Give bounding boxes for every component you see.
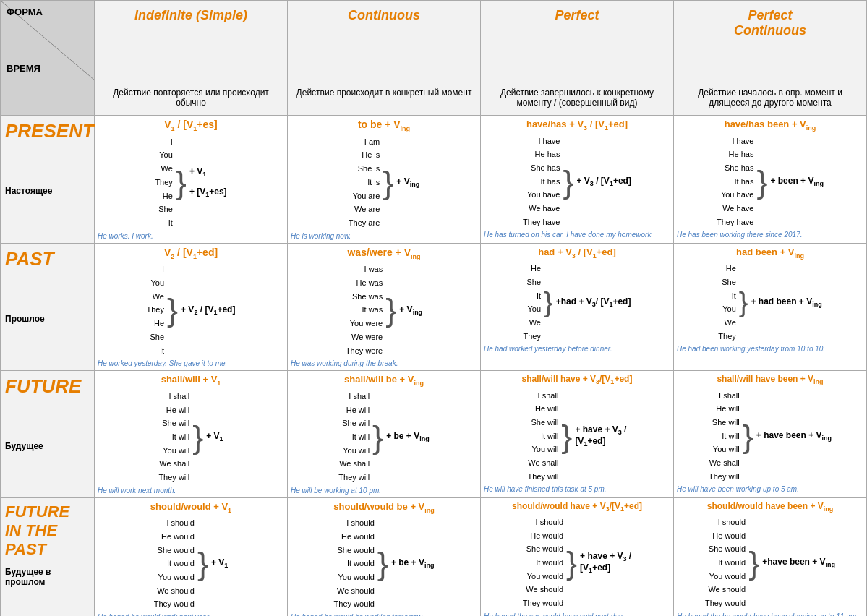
future-past-cont-pronouns: I shouldHe wouldShe wouldIt wouldYou wou… — [334, 516, 375, 611]
present-perf-formula: + V3 / [V1+ed] — [576, 176, 631, 187]
present-perf-cont-example: He has been working there since 2017. — [677, 228, 863, 239]
past-cont-pronouns: I wasHe wasShe wasIt wasYou wereWe wereT… — [346, 262, 383, 357]
present-indef-example: He works. I work. — [98, 230, 284, 240]
present-indef-title: V1 / [V1+es] — [98, 119, 284, 132]
future-past-cont-formula: + be + Ving — [391, 557, 435, 569]
past-perf-example: He had worked yesterday before dinner. — [484, 343, 670, 353]
future-past-perf-cont-bracket: } — [748, 547, 759, 579]
present-perf-cont-pronouns: I haveHe hasShe hasIt hasYou haveWe have… — [717, 134, 753, 229]
past-perf-cont-formula: + had been + Ving — [751, 296, 821, 308]
header-indefinite: Indefinite (Simple) — [95, 1, 288, 80]
past-perf-cont-bracket: } — [739, 288, 748, 316]
present-continuous-cell: to be + Ving I amHe isShe isIt isYou are… — [288, 116, 481, 244]
desc-perfect: Действие завершилось к конкретному момен… — [481, 80, 674, 116]
desc-indefinite: Действие повторяется или происходит обыч… — [95, 80, 288, 116]
future-perf-bracket: } — [561, 420, 572, 453]
indefinite-title: Indefinite (Simple) — [98, 8, 283, 23]
desc-perfect-continuous: Действие началось в опр. момент и длящее… — [674, 80, 867, 116]
future-cont-pronouns: I shallHe willShe willIt willYou willWe … — [338, 390, 370, 484]
past-continuous-cell: was/were + Ving I wasHe wasShe wasIt was… — [288, 243, 481, 371]
present-cont-title: to be + Ving — [291, 119, 477, 132]
past-cont-title: was/were + Ving — [291, 247, 477, 260]
future-russian: Будущее — [5, 398, 90, 451]
future-past-indef-formula: + V1 — [211, 557, 228, 569]
future-indef-bracket: } — [192, 421, 203, 453]
past-perf-cont-pronouns: HeSheItYouWeThey — [718, 262, 735, 343]
future-cont-title: shall/will be + Ving — [291, 374, 477, 387]
present-perf-cont-bracket: } — [756, 166, 767, 198]
future-perf-cont-cell: shall/will have been + Ving I shallHe wi… — [674, 371, 867, 497]
past-indef-formula: + V2 / [V1+ed] — [181, 304, 235, 316]
future-past-name: Futurein thePast — [5, 502, 90, 560]
future-past-perf-example: He hoped the car would have sold next da… — [484, 610, 670, 616]
future-past-indefinite-cell: should/would + V1 I shouldHe wouldShe wo… — [95, 497, 288, 616]
future-perf-cont-bracket: } — [743, 420, 753, 453]
future-cont-formula: + be + Ving — [386, 431, 430, 442]
perfect-continuous-title: PerfectContinuous — [678, 8, 863, 38]
present-cont-formula: + Ving — [396, 176, 419, 188]
past-perf-pronouns: HeSheItYouWeThey — [524, 262, 541, 343]
present-perf-cont-title: have/has been + Ving — [677, 119, 863, 132]
future-past-indef-example: He hoped he would work next year. — [98, 611, 284, 616]
past-name: Past — [5, 248, 90, 270]
future-past-indef-bracket: } — [197, 547, 208, 580]
future-past-perf-cont-example: He hoped the he would have been sleeping… — [677, 610, 863, 616]
past-perf-cont-cell: had been + Ving HeSheItYouWeThey } + had… — [674, 243, 867, 371]
present-cont-pronouns: I amHe isShe isIt isYou areWe areThey ar… — [349, 135, 380, 230]
present-perfect-cell: have/has + V3 / [V1+ed] I haveHe hasShe … — [481, 116, 674, 244]
future-perf-cont-pronouns: I shallHe willShe willIt willYou willWe … — [709, 389, 740, 484]
future-perf-cont-example: He will have been working up to 5 am. — [677, 483, 863, 493]
past-label: Past Прошлое — [1, 243, 95, 371]
future-past-perf-cont-formula: +have been + Ving — [762, 557, 835, 568]
future-perf-cont-formula: + have been + Ving — [756, 430, 832, 442]
future-perf-example: He will have finished this task at 5 pm. — [484, 483, 670, 493]
future-past-cont-title: should/would be + Ving — [291, 501, 477, 514]
past-perfect-cell: had + V3 / [V1+ed] HeSheItYouWeThey } +h… — [481, 243, 674, 371]
future-perf-pronouns: I shallHe willShe willIt willYou willWe … — [528, 389, 559, 484]
present-indef-formulas: + V1 + [V1+es] — [189, 166, 227, 199]
desc-continuous: Действие происходит в конкретный момент — [288, 80, 481, 116]
header-continuous: Continuous — [288, 1, 481, 80]
future-past-perf-formula: + have + V3 /[V1+ed] — [580, 551, 631, 575]
future-past-russian: Будущее в прошлом — [5, 560, 90, 587]
future-past-perf-cont-pronouns: I shouldHe wouldShe wouldIt wouldYou wou… — [705, 516, 746, 610]
present-name: Present — [5, 120, 90, 142]
future-past-perf-title: should/would have + V3/[V1+ed] — [484, 501, 670, 513]
past-indef-example: He worked yesterday. She gave it to me. — [98, 357, 284, 367]
future-name: Future — [5, 375, 90, 398]
header-perfect: Perfect — [481, 1, 674, 80]
future-perf-title: shall/will have + V3/[V1+ed] — [484, 374, 670, 385]
past-perf-title: had + V3 / [V1+ed] — [484, 247, 670, 260]
future-past-indef-title: should/would + V1 — [98, 501, 284, 514]
future-cont-bracket: } — [372, 421, 383, 453]
future-past-cont-bracket: } — [377, 547, 388, 580]
future-perfect-cell: shall/will have + V3/[V1+ed] I shallHe w… — [481, 371, 674, 497]
past-cont-example: He was working during the break. — [291, 357, 477, 367]
forma-label: ФОРМА — [7, 7, 43, 17]
future-indef-example: He will work next month. — [98, 484, 284, 495]
present-cont-bracket: } — [383, 166, 393, 199]
future-past-indef-pronouns: I shouldHe wouldShe wouldIt wouldYou wou… — [154, 516, 195, 611]
header-perfect-continuous: PerfectContinuous — [674, 1, 867, 80]
past-cont-bracket: } — [385, 294, 396, 326]
present-russian: Настоящее — [5, 142, 90, 196]
present-perf-cont-cell: have/has been + Ving I haveHe hasShe has… — [674, 116, 867, 244]
future-perf-formula: + have + V3 /[V1+ed] — [575, 424, 626, 448]
future-indef-formula: + V1 — [206, 431, 223, 442]
future-past-perf-cont-title: should/would have been + Ving — [677, 501, 863, 513]
forma-vremya-cell: ФОРМА ВРЕМЯ — [1, 1, 95, 80]
present-indefinite-cell: V1 / [V1+es] IYouWeTheyHeSheIt } + V1 + … — [95, 116, 288, 244]
past-cont-formula: + Ving — [399, 304, 422, 316]
present-perf-bracket: } — [563, 166, 573, 198]
future-past-perfect-cell: should/would have + V3/[V1+ed] I shouldH… — [481, 497, 674, 616]
past-perf-bracket: } — [544, 288, 553, 316]
future-indefinite-cell: shall/will + V1 I shallHe willShe willIt… — [95, 371, 288, 497]
past-russian: Прошлое — [5, 270, 90, 324]
desc-label-cell — [1, 80, 95, 116]
future-indef-pronouns: I shallHe willShe willIt willYou willWe … — [158, 390, 189, 484]
future-past-perf-bracket: } — [566, 547, 577, 579]
present-cont-example: He is working now. — [291, 230, 477, 240]
present-indef-pronouns: IYouWeTheyHeSheIt — [155, 135, 172, 230]
perfect-title: Perfect — [484, 8, 670, 23]
future-past-continuous-cell: should/would be + Ving I shouldHe wouldS… — [288, 497, 481, 616]
